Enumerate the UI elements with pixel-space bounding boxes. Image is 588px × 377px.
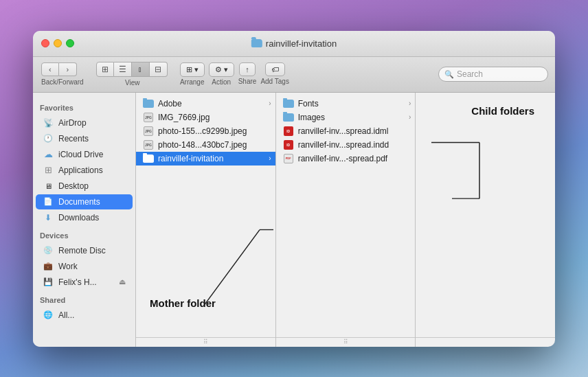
sidebar-item-recents[interactable]: Recents [36,131,133,146]
recents-label: Recents [58,134,89,144]
title-bar: rainvillef-invitation [33,31,555,57]
nav-label: Back/Forward [41,78,84,86]
folder-icon-selected [143,154,154,163]
icloud-label: iCloud Drive [58,150,103,159]
view-icon-btn[interactable]: ⊞ [96,62,114,77]
arrow-icon: › [409,100,411,107]
pane-1-content: Adobe › JPG IMG_7669.jpg JPG photo-155..… [136,93,275,337]
arrow-icon: › [269,155,271,162]
sidebar-item-documents[interactable]: Documents [36,194,133,209]
file-item-rainvillef[interactable]: rainvillef-invitation › [136,152,275,165]
felix-label: Felix's H... [58,277,97,287]
file-name: Fonts [298,99,319,108]
view-cover-btn[interactable]: ⊟ [150,62,168,77]
file-item-indd[interactable]: ID ranvillef-inv...spread.indd [276,138,416,152]
back-button[interactable]: ‹ [41,62,59,76]
airdrop-label: AirDrop [58,118,87,128]
action-button[interactable]: ⚙▾ [209,62,234,77]
pane-3 [416,93,555,347]
all-icon [43,310,54,321]
file-item-photo148[interactable]: JPG photo-148...430bc7.jpeg [136,138,275,152]
panes-wrapper: Adobe › JPG IMG_7669.jpg JPG photo-155..… [136,93,555,347]
arrow-icon: › [409,113,411,121]
sidebar-item-downloads[interactable]: Downloads [36,210,133,225]
jpeg-icon: JPG [143,113,154,122]
file-name: ranvillef-inv...spread.indd [298,140,389,150]
documents-label: Documents [58,197,100,207]
finder-window: rainvillef-invitation ‹ › Back/Forward ⊞… [33,31,555,347]
action-label: Action [212,78,231,86]
eject-icon[interactable]: ⏏ [119,277,126,286]
sidebar-item-felix[interactable]: Felix's H... ⏏ [36,275,133,290]
view-list-btn[interactable]: ☰ [114,62,132,77]
pane-resize-handle[interactable]: ⠿ [203,339,208,345]
idml-icon: ID [283,126,294,136]
folder-icon [143,99,154,108]
window-title: rainvillef-invitation [251,38,337,49]
main-content: Favorites AirDrop Recents iCloud Drive A… [33,93,555,347]
file-name: photo-155...c9299b.jpeg [158,126,247,136]
sidebar-item-all[interactable]: All... [36,308,133,323]
file-item-adobe[interactable]: Adobe › [136,97,275,111]
forward-button[interactable]: › [59,62,77,76]
search-placeholder: Search [457,69,483,79]
sidebar-item-work[interactable]: Work [36,259,133,274]
toolbar: ‹ › Back/Forward ⊞ ☰ ⫾ ⊟ View ⊞▾ Arrange [33,57,555,93]
desktop-label: Desktop [58,181,89,191]
search-box[interactable]: 🔍 Search [438,67,548,82]
downloads-icon [43,212,54,223]
share-label: Share [238,78,257,85]
file-name: Images [298,113,325,122]
file-item-photo155[interactable]: JPG photo-155...c9299b.jpeg [136,124,275,138]
felix-icon [43,277,54,288]
remote-label: Remote Disc [58,246,106,255]
pdf-icon: PDF [283,154,294,163]
file-item-idml1[interactable]: ID ranvillef-inv...spread.idml [276,124,416,138]
folder-icon [283,99,294,108]
favorites-label: Favorites [33,98,135,115]
pane2-resize-handle[interactable]: ⠿ [343,339,348,345]
sidebar-item-remote[interactable]: Remote Disc [36,243,133,258]
shared-label: Shared [33,290,135,307]
share-button[interactable]: ↑ [239,62,256,76]
all-label: All... [58,310,74,320]
file-item-img7669[interactable]: JPG IMG_7669.jpg [136,111,275,124]
minimize-button[interactable] [54,39,62,47]
arrow-icon: › [269,100,271,107]
file-item-fonts[interactable]: Fonts › [276,97,416,111]
downloads-label: Downloads [58,213,99,222]
documents-icon [43,196,54,207]
recents-icon [43,133,54,144]
nav-buttons: ‹ › [41,62,77,76]
view-label: View [125,79,140,87]
jpeg-icon: JPG [143,140,154,150]
maximize-button[interactable] [66,39,74,47]
file-name: photo-148...430bc7.jpeg [158,140,247,150]
work-label: Work [58,262,78,271]
devices-label: Devices [33,226,135,242]
arrange-label: Arrange [180,78,205,86]
traffic-lights [41,39,74,47]
add-tags-button[interactable]: 🏷 [265,62,285,76]
title-folder-icon [251,39,262,47]
sidebar-item-applications[interactable]: Applications [36,163,133,178]
search-icon: 🔍 [444,70,454,79]
sidebar-item-desktop[interactable]: Desktop [36,179,133,194]
view-buttons: ⊞ ☰ ⫾ ⊟ [96,62,168,77]
view-column-btn[interactable]: ⫾ [132,62,150,77]
applications-icon [43,165,54,176]
sidebar-item-icloud[interactable]: iCloud Drive [36,147,133,162]
icloud-icon [43,149,54,160]
file-item-images[interactable]: Images › [276,111,416,124]
desktop-icon [43,181,54,192]
file-name: IMG_7669.jpg [158,113,210,122]
sidebar-item-airdrop[interactable]: AirDrop [36,115,133,130]
pane-3-content [416,93,555,337]
close-button[interactable] [41,39,49,47]
applications-label: Applications [58,165,103,175]
file-item-pdf[interactable]: PDF ranvillef-inv...-spread.pdf [276,152,416,165]
file-name: ranvillef-inv...-spread.pdf [298,154,388,163]
arrange-button[interactable]: ⊞▾ [180,62,205,77]
panes: Adobe › JPG IMG_7669.jpg JPG photo-155..… [136,93,555,347]
remote-icon [43,245,54,256]
